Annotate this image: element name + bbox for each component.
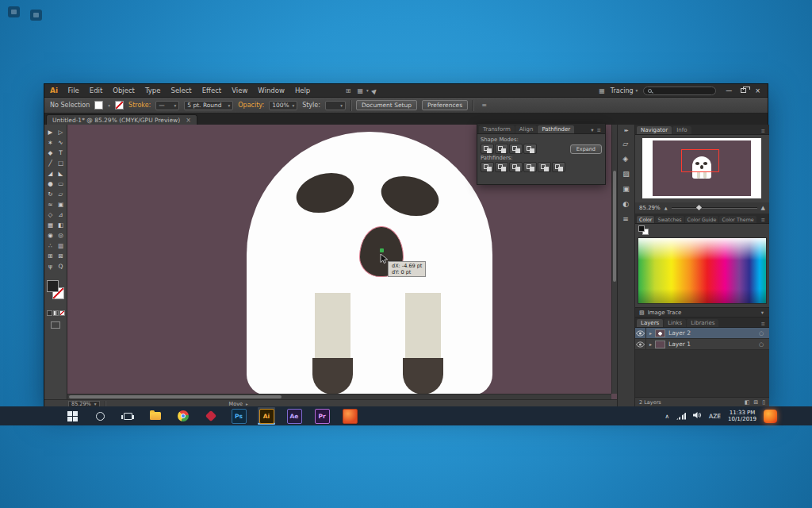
panel-menu-icon[interactable]: ≡ (760, 217, 767, 223)
arrange-documents-icon[interactable]: ⊞ (343, 87, 354, 94)
vertical-scrollbar[interactable] (611, 125, 617, 394)
stroke-color-swatch[interactable] (115, 101, 124, 110)
gpu-performance-icon[interactable]: ▶ (368, 84, 381, 97)
tab-color-guide[interactable]: Color Guide (685, 216, 719, 223)
crop-button[interactable] (523, 162, 537, 172)
hand-tool[interactable]: ψ (45, 261, 56, 271)
navigator-view-rectangle[interactable] (681, 149, 719, 172)
make-mask-button[interactable]: ◧ (745, 399, 750, 406)
mesh-tool[interactable]: ▦ (45, 220, 56, 230)
photoshop-button[interactable]: Ps (230, 407, 247, 425)
search-input[interactable] (655, 87, 727, 94)
tab-swatches[interactable]: Swatches (655, 216, 684, 223)
gradient-mode-button[interactable] (53, 310, 59, 316)
horizontal-scroll-thumb[interactable] (69, 395, 282, 398)
file-explorer-button[interactable] (147, 407, 164, 425)
tray-chevron-icon[interactable]: ∧ (665, 413, 670, 420)
menu-object[interactable]: Object (108, 87, 140, 94)
premiere-button[interactable]: Pr (313, 407, 331, 425)
network-icon[interactable] (676, 413, 686, 420)
document-layout-icon[interactable]: ▦ (354, 87, 366, 94)
fill-stroke-indicator[interactable] (44, 279, 67, 306)
column-graph-tool[interactable]: ▥ (56, 241, 66, 251)
slice-tool[interactable]: ⊠ (56, 251, 66, 261)
menu-select[interactable]: Select (166, 87, 197, 94)
chrome-button[interactable] (174, 407, 192, 425)
horizontal-scrollbar[interactable] (67, 394, 611, 399)
pencil-tool[interactable]: ◣ (56, 168, 66, 179)
tab-info[interactable]: Info (672, 126, 691, 134)
tab-libraries[interactable]: Libraries (687, 319, 718, 327)
shape-builder-tool[interactable]: ◇ (45, 210, 56, 220)
screen-mode-button[interactable] (51, 321, 60, 329)
new-layer-button[interactable]: ⊞ (753, 399, 758, 406)
opacity-dropdown[interactable]: 100% ▾ (269, 101, 297, 110)
rotate-tool[interactable]: ↻ (45, 189, 56, 199)
layer-name[interactable]: Layer 2 (668, 329, 759, 337)
notification-badge-icon[interactable] (764, 410, 777, 423)
magic-wand-tool[interactable]: ∗ (45, 137, 56, 148)
brush-definition-dropdown[interactable]: 5 pt. Round ▾ (184, 101, 233, 110)
rectangle-tool[interactable]: □ (56, 158, 66, 168)
intersect-button[interactable] (509, 144, 523, 154)
layer-target-icon[interactable]: ○ (759, 341, 769, 348)
layer-row-layer-2[interactable]: ▸ Layer 2 ○ (635, 328, 769, 339)
volume-icon[interactable] (693, 411, 702, 421)
trim-button[interactable] (495, 162, 508, 172)
panel-icon-transform[interactable]: ▱ (622, 140, 630, 148)
panel-menu-icon[interactable]: ≡ (760, 321, 767, 327)
expand-button[interactable]: Expand (570, 144, 602, 154)
navigator-zoom-value[interactable]: 85.29% (639, 205, 661, 211)
zoom-slider-knob[interactable] (696, 204, 702, 210)
unite-button[interactable] (481, 144, 494, 154)
preferences-button[interactable]: Preferences (422, 100, 468, 110)
gradient-tool[interactable]: ◧ (56, 220, 66, 230)
none-mode-button[interactable] (59, 310, 65, 316)
minus-back-button[interactable] (552, 162, 565, 172)
cortana-button[interactable] (91, 407, 109, 425)
tab-links[interactable]: Links (664, 319, 686, 327)
menu-type[interactable]: Type (140, 87, 166, 94)
zoom-in-icon[interactable]: ▲ (761, 205, 765, 211)
collapse-panels-icon[interactable]: ▸▸ (624, 127, 627, 133)
desktop-shortcut-icon[interactable] (30, 10, 42, 21)
layer-target-icon[interactable]: ○ (759, 330, 769, 337)
desktop-shortcut-icon[interactable] (8, 6, 20, 17)
panel-icon-symbols[interactable]: ◈ (622, 155, 630, 163)
eraser-tool[interactable]: ▭ (56, 179, 66, 189)
expand-layer-icon[interactable]: ▸ (646, 330, 655, 336)
close-button[interactable]: × (755, 87, 760, 94)
blend-tool[interactable]: ◎ (56, 230, 66, 241)
close-document-icon[interactable]: × (186, 117, 191, 124)
search-box[interactable] (643, 87, 716, 95)
symbol-sprayer-tool[interactable]: ∴ (45, 241, 56, 251)
fill-swatch[interactable] (94, 101, 103, 110)
zoom-out-icon[interactable]: ▲ (665, 206, 668, 210)
chevron-down-icon[interactable]: ▾ (589, 127, 595, 133)
chevron-down-icon[interactable]: ▾ (760, 310, 765, 316)
panel-icon-brushes[interactable]: ▨ (622, 170, 630, 178)
vertical-scroll-thumb[interactable] (613, 171, 616, 282)
layer-thumbnail[interactable] (655, 341, 665, 348)
exclude-button[interactable] (523, 144, 537, 154)
tab-color-theme[interactable]: Color Theme (719, 216, 756, 223)
language-button[interactable]: AZE (709, 413, 721, 420)
color-spectrum-picker[interactable] (638, 237, 767, 304)
artboard-tool[interactable]: ⊞ (45, 251, 56, 261)
chevron-right-icon[interactable]: ▸ (246, 402, 248, 406)
paintbrush-tool[interactable]: ◢ (45, 168, 56, 179)
panel-icon-graphic-styles[interactable]: ▣ (622, 185, 630, 193)
tab-transform[interactable]: Transform (479, 125, 515, 133)
divide-button[interactable] (481, 162, 494, 172)
layer-name[interactable]: Layer 1 (668, 341, 759, 348)
scale-tool[interactable]: ▱ (56, 189, 66, 199)
stroke-weight-dropdown[interactable]: —▾ (155, 101, 179, 110)
pen-tool[interactable]: ◆ (45, 148, 56, 158)
adobe-cc-button[interactable] (202, 407, 220, 425)
layer-row-layer-1[interactable]: ▸ Layer 1 ○ (635, 339, 769, 350)
tab-layers[interactable]: Layers (637, 319, 663, 327)
menu-edit[interactable]: Edit (84, 87, 107, 94)
visibility-toggle-icon[interactable] (635, 328, 646, 338)
outline-button[interactable] (538, 162, 551, 172)
tab-pathfinder[interactable]: Pathfinder (538, 125, 574, 133)
